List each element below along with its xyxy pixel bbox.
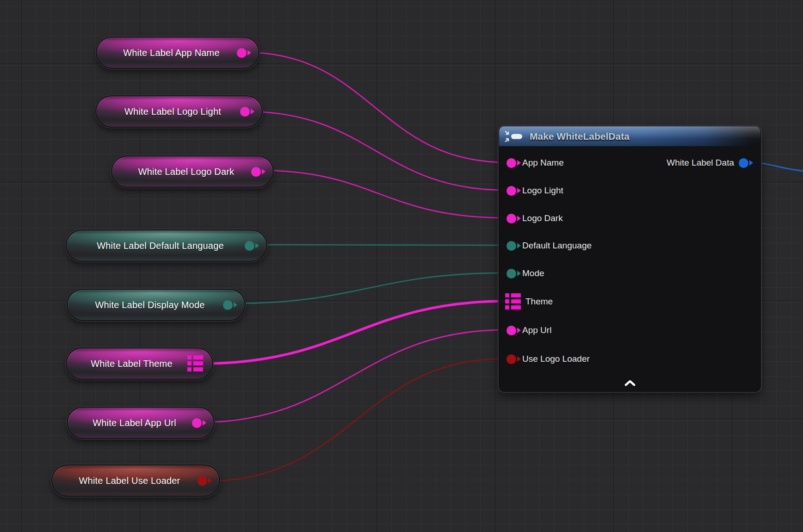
input-row-logo-dark: Logo Dark bbox=[499, 204, 563, 232]
output-pin-string[interactable] bbox=[237, 48, 247, 58]
pin-label: Logo Dark bbox=[522, 213, 563, 223]
var-node-white-label-app-url[interactable]: White Label App Url bbox=[67, 407, 215, 439]
output-pin-bool[interactable] bbox=[198, 476, 207, 486]
pin-label: Use Logo Loader bbox=[522, 354, 590, 364]
var-node-white-label-logo-dark[interactable]: White Label Logo Dark bbox=[111, 155, 274, 188]
pin-label: Theme bbox=[525, 297, 553, 307]
output-pin-string[interactable] bbox=[251, 167, 261, 177]
blueprint-canvas[interactable]: White Label App Name White Label Logo Li… bbox=[0, 0, 803, 532]
node-title: Make WhiteLabelData bbox=[530, 131, 630, 142]
make-struct-icon bbox=[505, 131, 525, 142]
var-node-white-label-default-language[interactable]: White Label Default Language bbox=[66, 229, 267, 262]
input-row-app-name: App Name bbox=[499, 149, 564, 177]
var-node-white-label-use-loader[interactable]: White Label Use Loader bbox=[51, 464, 220, 497]
wire-use-loader[interactable] bbox=[206, 359, 506, 481]
var-node-label: White Label App Url bbox=[68, 418, 192, 428]
input-row-use-logo-loader: Use Logo Loader bbox=[499, 345, 590, 373]
pin-label: Mode bbox=[522, 268, 544, 278]
pin-label: White Label Data bbox=[667, 158, 734, 168]
output-row-white-label-data: White Label Data bbox=[667, 149, 760, 177]
var-node-label: White Label Default Language bbox=[67, 241, 245, 251]
pin-label: Logo Light bbox=[522, 186, 563, 196]
wire-default-language[interactable] bbox=[252, 245, 506, 245]
node-header[interactable]: Make WhiteLabelData bbox=[499, 126, 760, 146]
output-pin-string[interactable] bbox=[192, 418, 202, 428]
input-pin-mode[interactable] bbox=[507, 269, 516, 278]
var-node-label: White Label Display Mode bbox=[68, 300, 223, 310]
var-node-label: White Label Logo Dark bbox=[112, 167, 251, 177]
input-row-mode: Mode bbox=[499, 260, 544, 287]
var-node-label: White Label Logo Light bbox=[96, 106, 240, 117]
input-row-default-language: Default Language bbox=[499, 232, 592, 260]
output-pin-enum[interactable] bbox=[223, 300, 233, 310]
output-pin-enum[interactable] bbox=[245, 241, 254, 251]
input-pin-logo-light[interactable] bbox=[507, 186, 516, 196]
pin-label: Default Language bbox=[522, 241, 592, 251]
make-whitelabeldata-node[interactable]: Make WhiteLabelData App Name Logo Light … bbox=[499, 126, 761, 392]
wire-logo-light[interactable] bbox=[246, 111, 506, 190]
wire-theme[interactable] bbox=[202, 301, 506, 364]
input-pin-app-url[interactable] bbox=[507, 326, 516, 335]
wire-display-mode[interactable] bbox=[231, 273, 506, 303]
input-pin-theme-struct-grid-icon[interactable] bbox=[505, 293, 521, 310]
var-node-label: White Label App Name bbox=[97, 48, 237, 58]
input-pin-default-language[interactable] bbox=[507, 241, 516, 251]
input-pin-app-name[interactable] bbox=[507, 158, 516, 168]
input-pin-use-logo-loader[interactable] bbox=[507, 354, 516, 364]
input-row-app-url: App Url bbox=[499, 316, 551, 344]
struct-grid-pin-icon[interactable] bbox=[187, 355, 203, 372]
chevron-up-icon bbox=[624, 380, 636, 386]
pin-label: App Url bbox=[522, 325, 551, 335]
var-node-white-label-logo-light[interactable]: White Label Logo Light bbox=[95, 95, 263, 128]
output-pin-white-label-data[interactable] bbox=[739, 158, 748, 168]
input-row-logo-light: Logo Light bbox=[499, 177, 563, 204]
collapse-node-button[interactable] bbox=[619, 377, 641, 390]
input-pin-logo-dark[interactable] bbox=[507, 214, 516, 223]
wire-logo-dark[interactable] bbox=[258, 170, 506, 218]
wire-app-name[interactable] bbox=[245, 52, 506, 162]
var-node-label: White Label Use Loader bbox=[52, 476, 198, 486]
var-node-white-label-app-name[interactable]: White Label App Name bbox=[96, 37, 259, 69]
pin-label: App Name bbox=[522, 158, 564, 168]
var-node-label: White Label Theme bbox=[67, 359, 187, 369]
var-node-white-label-display-mode[interactable]: White Label Display Mode bbox=[67, 289, 246, 321]
wire-app-url[interactable] bbox=[200, 330, 506, 422]
output-pin-string[interactable] bbox=[240, 107, 250, 117]
var-node-white-label-theme[interactable]: White Label Theme bbox=[66, 347, 213, 380]
input-row-theme: Theme bbox=[499, 288, 553, 315]
